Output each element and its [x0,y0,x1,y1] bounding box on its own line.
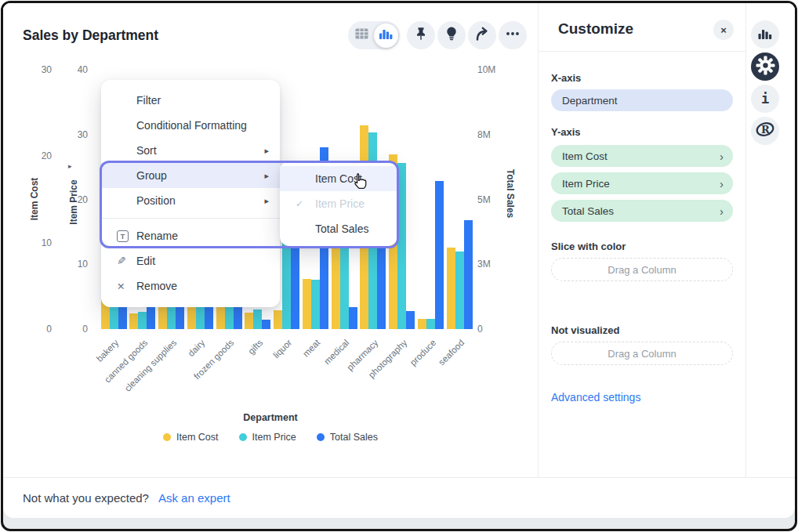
checkmark-icon: ✓ [296,198,315,209]
submenu-item-total-sales[interactable]: Total Sales [280,216,397,241]
legend-label: Item Cost [176,432,219,443]
menu-item-remove[interactable]: ✕Remove [101,273,280,299]
bar-item-price-seafood[interactable] [455,252,464,329]
bar-total-sales-liquor[interactable] [291,236,299,329]
bar-total-sales-produce[interactable] [435,181,444,329]
app-surface: Sales by Department [3,3,795,518]
chart-card: Sales by Department [3,3,538,477]
bar-item-price-photography[interactable] [397,163,406,329]
rename-icon: T [117,230,129,242]
menu-item-conditional-formatting[interactable]: Conditional Formatting [101,113,280,138]
group-submenu: Item Cost✓Item PriceTotal Sales [280,161,397,246]
bar-item-cost-seafood[interactable] [447,248,455,329]
legend-dot-total-sales [317,433,325,441]
submenu-item-label: Total Sales [315,223,368,235]
x-axis-section-label: X-axis [551,72,581,84]
bar-total-sales-photography[interactable] [406,311,415,329]
pill-item-cost[interactable]: Item Cost› [551,145,733,167]
bar-item-cost-meat[interactable] [303,279,311,329]
submenu-item-item-price[interactable]: ✓Item Price [280,191,397,216]
legend-label: Item Price [252,432,296,443]
legend-item-item-price[interactable]: Item Price [239,432,296,443]
rail-settings-button[interactable] [751,52,779,81]
pill-department[interactable]: Department [551,89,733,111]
tick-label-right_total_sales: 3M [477,258,510,270]
tick-label-left_item_price: 0 [63,323,88,335]
bar-item-price-produce[interactable] [426,319,435,329]
bar-item-price-canned-goods[interactable] [138,312,147,329]
x-icon: ✕ [117,280,125,292]
menu-item-label: Sort [136,144,157,157]
edit-icon: ✎ [117,255,136,267]
menu-item-filter[interactable]: Filter [101,88,280,113]
menu-item-label: Filter [136,94,161,107]
rename-icon: T [117,230,136,242]
menu-item-label: Conditional Formatting [136,119,247,132]
gear-icon [756,56,775,78]
rail-chart-button[interactable] [751,20,779,49]
tick-label-left_item_price: 40 [63,63,88,76]
menu-item-label: Group [136,169,167,182]
x-axis-pill-list: Department [551,89,733,117]
not-visualized-dropzone[interactable]: Drag a Column [551,342,733,365]
ask-an-expert-link[interactable]: Ask an expert [158,491,230,505]
tick-label-left_item_cost: 30 [27,63,52,76]
menu-item-label: Edit [136,255,155,267]
rail-r-logo-button[interactable]: R [751,117,779,145]
panel-divider [539,51,745,52]
menu-item-label: Remove [136,280,177,292]
pill-item-price[interactable]: Item Price› [551,172,733,194]
customize-panel-title: Customize [558,20,633,38]
y-axis-section-label: Y-axis [551,126,581,138]
advanced-settings-link[interactable]: Advanced settings [551,391,640,404]
bar-item-cost-canned-goods[interactable] [129,313,138,329]
legend-dot-item-price [239,433,247,441]
info-icon: i [761,91,769,107]
bar-total-sales-medical[interactable] [349,307,357,329]
menu-item-position[interactable]: Position▸ [101,188,280,213]
tick-label-right_total_sales: 5M [477,194,510,206]
legend-label: Total Sales [330,432,378,443]
bar-total-sales-seafood[interactable] [464,220,473,329]
menu-item-edit[interactable]: ✎Edit [101,248,280,273]
pill-label: Item Price [562,178,610,190]
tick-label-left_item_price: 30 [63,128,88,141]
footer-bar: Not what you expected? Ask an expert [3,477,795,518]
rail-info-button[interactable]: i [751,85,779,113]
submenu-item-item-cost[interactable]: Item Cost [280,166,397,191]
tick-label-left_item_cost: 0 [27,323,52,335]
menu-item-sort[interactable]: Sort▸ [101,138,280,163]
submenu-arrow-icon: ▸ [264,146,269,156]
svg-text:R: R [761,124,770,136]
bar-item-price-meat[interactable] [311,280,320,329]
bar-item-cost-produce[interactable] [418,319,426,329]
tick-label-left_item_cost: 20 [27,150,52,162]
submenu-arrow-icon: ▸ [264,171,269,181]
bar-item-price-gifts[interactable] [253,309,262,329]
bar-item-price-liquor[interactable] [282,238,291,329]
chevron-right-icon: › [720,150,724,163]
legend-item-item-cost[interactable]: Item Cost [163,432,219,443]
close-panel-button[interactable]: × [713,20,734,40]
pill-total-sales[interactable]: Total Sales› [551,200,733,222]
not-visualized-label: Not visualized [551,324,619,336]
menu-item-rename[interactable]: TRename [101,223,280,248]
tick-label-left_item_cost: 10 [27,237,52,249]
menu-item-group[interactable]: Group▸ [101,163,280,188]
legend-item-total-sales[interactable]: Total Sales [317,432,378,443]
right-icon-rail: i R [745,3,793,477]
tick-label-left_item_price: 10 [63,258,88,270]
pill-label: Department [562,95,618,107]
bar-item-cost-liquor[interactable] [274,310,282,329]
hand-cursor-icon [350,172,371,196]
bar-item-cost-gifts[interactable] [245,313,253,329]
app-window: Sales by Department [1,1,797,531]
context-menu: FilterConditional FormattingSort▸Group▸P… [101,80,280,307]
submenu-item-label: Item Price [315,197,365,210]
slice-with-color-dropzone[interactable]: Drag a Column [551,258,733,281]
remove-icon: ✕ [117,280,136,292]
tick-label-right_total_sales: 0 [477,323,510,335]
bar-total-sales-gifts[interactable] [262,320,270,329]
tick-label-right_total_sales: 10M [477,63,510,76]
bar-chart-icon [758,27,772,42]
